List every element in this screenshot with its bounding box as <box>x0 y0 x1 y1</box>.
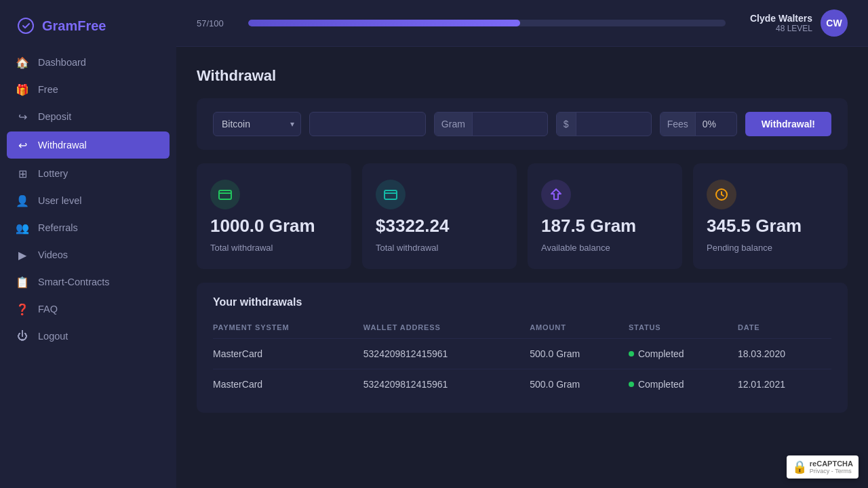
status-dot <box>629 382 634 387</box>
col-status: STATUS <box>629 319 738 339</box>
table-row: MasterCard 5324209812415961 500.0 Gram C… <box>213 338 831 369</box>
videos-icon: ▶ <box>16 249 28 261</box>
cell-date: 18.03.2020 <box>738 338 831 369</box>
status-text: Completed <box>638 348 684 359</box>
app-name: GramFree <box>42 18 106 34</box>
user-text: Clyde Walters 48 LEVEL <box>750 13 812 33</box>
page-content: Withdrawal Bitcoin Ethereum USDT ▾ Gra <box>176 47 868 426</box>
cell-payment-system: MasterCard <box>213 338 363 369</box>
fees-input-wrap: Fees <box>660 112 737 136</box>
sidebar-item-smart-contracts[interactable]: 📋 Smart-Contracts <box>0 268 176 296</box>
cell-amount: 500.0 Gram <box>530 369 629 399</box>
stats-row: 1000.0 Gram Total withdrawal $3322.24 To… <box>197 163 848 269</box>
sidebar-item-user-level[interactable]: 👤 User level <box>0 187 176 214</box>
cell-wallet-address: 5324209812415961 <box>363 369 530 399</box>
withdrawal-form-card: Bitcoin Ethereum USDT ▾ Gram $ <box>197 98 848 150</box>
stat-value-pending: 345.5 Gram <box>707 216 802 236</box>
sidebar-item-label: Free <box>38 84 58 95</box>
deposit-icon: ↪ <box>16 110 28 123</box>
sidebar-item-label: Smart-Contracts <box>38 277 110 287</box>
sidebar-item-dashboard[interactable]: 🏠 Dashboard <box>0 49 176 76</box>
dollar-input-wrap: $ <box>556 112 652 136</box>
withdrawal-button[interactable]: Withdrawal! <box>745 112 831 136</box>
sidebar-item-deposit[interactable]: ↪ Deposit <box>0 103 176 130</box>
table-row: MasterCard 5324209812415961 500.0 Gram C… <box>213 369 831 399</box>
col-amount: AMOUNT <box>530 319 629 339</box>
progress-bar-track <box>248 20 726 26</box>
sidebar-item-logout[interactable]: ⏻ Logout <box>0 323 176 350</box>
progress-bar-fill <box>248 20 520 26</box>
stat-label-total-gram: Total withdrawal <box>210 243 273 253</box>
sidebar-item-referrals[interactable]: 👥 Referrals <box>0 214 176 241</box>
stat-label-available: Available balance <box>541 243 610 253</box>
available-icon <box>541 180 571 209</box>
user-info: Clyde Walters 48 LEVEL CW <box>750 9 848 37</box>
stat-label-pending: Pending balance <box>707 243 772 253</box>
wallet-address-input[interactable] <box>309 112 426 136</box>
avatar: CW <box>821 9 848 37</box>
recaptcha-sub: Privacy - Terms <box>810 468 853 474</box>
logo-icon <box>16 16 35 35</box>
sidebar-item-free[interactable]: 🎁 Free <box>0 76 176 103</box>
sidebar-item-label: Logout <box>38 331 68 342</box>
sidebar-item-label: Deposit <box>38 111 71 122</box>
sidebar-item-withdrawal[interactable]: ↩ Withdrawal <box>7 131 170 159</box>
svg-rect-0 <box>219 190 231 199</box>
stat-value-total-gram: 1000.0 Gram <box>210 216 315 236</box>
free-icon: 🎁 <box>16 83 28 96</box>
dashboard-icon: 🏠 <box>16 56 28 68</box>
nav-list: 🏠 Dashboard 🎁 Free ↪ Deposit ↩ Withdrawa… <box>0 49 176 488</box>
withdrawals-card: Your withdrawals PAYMENT SYSTEM WALLET A… <box>197 283 848 413</box>
sidebar: GramFree 🏠 Dashboard 🎁 Free ↪ Deposit ↩ … <box>0 0 176 488</box>
sidebar-item-label: Referrals <box>38 222 78 233</box>
withdrawal-icon: ↩ <box>16 139 28 151</box>
page-title: Withdrawal <box>197 67 848 85</box>
recaptcha-label: reCAPTCHA <box>810 460 853 468</box>
user-level: 48 LEVEL <box>750 24 812 33</box>
total-dollar-icon <box>376 180 406 209</box>
cell-amount: 500.0 Gram <box>530 338 629 369</box>
sidebar-item-label: Lottery <box>38 168 68 179</box>
logout-icon: ⏻ <box>16 330 28 342</box>
gram-input[interactable] <box>473 113 547 136</box>
dollar-input[interactable] <box>576 113 651 136</box>
sidebar-item-label: FAQ <box>38 304 58 314</box>
app-logo: GramFree <box>0 0 176 49</box>
sidebar-item-label: Withdrawal <box>38 140 87 150</box>
status-text: Completed <box>638 379 684 390</box>
sidebar-item-label: Dashboard <box>38 57 86 68</box>
recaptcha-badge: 🔒 reCAPTCHA Privacy - Terms <box>787 455 859 479</box>
topbar: 57/100 Clyde Walters 48 LEVEL CW <box>176 0 868 47</box>
smart-contracts-icon: 📋 <box>16 276 28 288</box>
stat-card-total-dollar: $3322.24 Total withdrawal <box>362 163 517 269</box>
sidebar-item-lottery[interactable]: ⊞ Lottery <box>0 160 176 187</box>
sidebar-item-faq[interactable]: ❓ FAQ <box>0 296 176 323</box>
dollar-label: $ <box>557 113 576 136</box>
gram-input-wrap: Gram <box>434 112 548 136</box>
stat-label-total-dollar: Total withdrawal <box>376 243 439 253</box>
withdrawals-title: Your withdrawals <box>213 296 831 308</box>
cell-status: Completed <box>629 369 738 399</box>
coin-select[interactable]: Bitcoin Ethereum USDT <box>213 112 301 136</box>
stat-value-total-dollar: $3322.24 <box>376 216 449 236</box>
svg-rect-1 <box>384 190 397 199</box>
user-name: Clyde Walters <box>750 13 812 24</box>
sidebar-item-videos[interactable]: ▶ Videos <box>0 241 176 268</box>
main-area: 57/100 Clyde Walters 48 LEVEL CW Withdra… <box>176 0 868 488</box>
pending-icon <box>707 180 736 209</box>
total-gram-icon <box>210 180 240 209</box>
stat-card-total-gram: 1000.0 Gram Total withdrawal <box>197 163 351 269</box>
sidebar-item-label: Videos <box>38 249 68 260</box>
fees-input[interactable] <box>696 113 736 136</box>
stat-value-available: 187.5 Gram <box>541 216 636 236</box>
user-level-icon: 👤 <box>16 195 28 207</box>
gram-label: Gram <box>435 113 473 136</box>
stat-card-available: 187.5 Gram Available balance <box>528 163 682 269</box>
cell-status: Completed <box>629 338 738 369</box>
lottery-icon: ⊞ <box>16 167 28 180</box>
form-row: Bitcoin Ethereum USDT ▾ Gram $ <box>213 112 831 136</box>
status-dot <box>629 351 634 357</box>
col-payment-system: PAYMENT SYSTEM <box>213 319 363 339</box>
col-wallet-address: WALLET ADDRESS <box>363 319 530 339</box>
recaptcha-logo: 🔒 <box>792 460 807 474</box>
